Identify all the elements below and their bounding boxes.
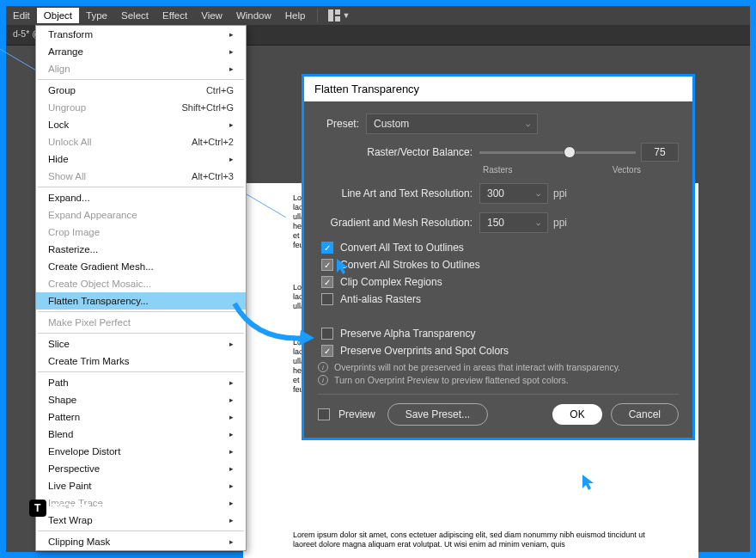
chevron-right-icon: ▸ <box>229 155 234 163</box>
info-icon: i <box>318 362 328 372</box>
menu-item-hide[interactable]: Hide▸ <box>36 150 246 168</box>
info-text-1: Overprints will not be preserved in area… <box>334 362 620 372</box>
menu-item-envelope-distort[interactable]: Envelope Distort▸ <box>36 443 246 460</box>
menu-item-transform[interactable]: Transform▸ <box>36 26 246 43</box>
menu-item-label: Pattern <box>48 412 80 422</box>
preset-select[interactable]: Custom ⌵ <box>366 113 538 134</box>
menu-item-label: Crop Image <box>48 227 100 237</box>
menu-help[interactable]: Help <box>278 8 313 23</box>
cbx-anti-alias[interactable] <box>321 293 333 305</box>
menu-item-label: Create Object Mosaic... <box>48 279 151 289</box>
chevron-right-icon: ▸ <box>229 464 234 473</box>
menu-item-shape[interactable]: Shape▸ <box>36 391 246 408</box>
grad-res-label: Gradient and Mesh Resolution: <box>318 217 472 229</box>
menu-item-clipping-mask[interactable]: Clipping Mask▸ <box>36 533 246 550</box>
chevron-right-icon: ▸ <box>229 30 234 39</box>
svg-rect-0 <box>328 9 333 21</box>
menu-item-group[interactable]: GroupCtrl+G <box>36 82 246 99</box>
menu-item-rasterize[interactable]: Rasterize... <box>36 241 246 258</box>
menu-item-expand[interactable]: Expand... <box>36 189 246 206</box>
menu-item-label: Expand Appearance <box>48 210 137 220</box>
cbx-convert-strokes[interactable]: ✓ <box>321 259 333 271</box>
menu-item-create-gradient-mesh[interactable]: Create Gradient Mesh... <box>36 258 246 275</box>
watermark-suffix: .NET <box>122 506 142 515</box>
menu-item-show-all: Show AllAlt+Ctrl+3 <box>36 168 246 185</box>
chevron-down-icon[interactable]: ▼ <box>342 11 350 20</box>
menu-edit[interactable]: Edit <box>6 8 37 23</box>
shortcut-label: Alt+Ctrl+3 <box>192 171 234 181</box>
menu-item-pattern[interactable]: Pattern▸ <box>36 408 246 426</box>
menu-item-create-trim-marks[interactable]: Create Trim Marks <box>36 353 246 370</box>
balance-slider[interactable] <box>479 151 636 154</box>
menu-item-expand-appearance: Expand Appearance <box>36 206 246 224</box>
menu-item-lock[interactable]: Lock▸ <box>36 116 246 133</box>
chevron-down-icon: ⌵ <box>526 120 530 128</box>
menu-separator <box>317 9 318 22</box>
cbx-preserve-overprints[interactable]: ✓ <box>321 345 333 357</box>
menu-view[interactable]: View <box>194 8 229 23</box>
chevron-right-icon: ▸ <box>229 120 234 129</box>
menu-item-label: Path <box>48 377 69 388</box>
grad-res-select[interactable]: 150 ⌵ <box>479 212 548 233</box>
ppi-label: ppi <box>553 217 567 229</box>
layout-icon[interactable] <box>328 9 340 21</box>
menu-item-label: Clipping Mask <box>48 537 110 547</box>
menu-item-label: Create Gradient Mesh... <box>48 261 154 272</box>
menu-item-arrange[interactable]: Arrange▸ <box>36 43 246 60</box>
menu-item-path[interactable]: Path▸ <box>36 374 246 391</box>
shortcut-label: Alt+Ctrl+2 <box>192 137 234 147</box>
menu-separator <box>38 311 244 312</box>
menu-item-blend[interactable]: Blend▸ <box>36 426 246 443</box>
chevron-right-icon: ▸ <box>229 481 234 490</box>
cbx-clip-complex[interactable]: ✓ <box>321 276 333 288</box>
ok-button[interactable]: OK <box>552 404 601 425</box>
menu-item-label: Unlock All <box>48 137 92 147</box>
cbx-convert-strokes-label: Convert All Strokes to Outlines <box>340 259 480 271</box>
shortcut-label: Ctrl+G <box>206 85 234 95</box>
menu-item-slice[interactable]: Slice▸ <box>36 335 246 353</box>
chevron-right-icon: ▸ <box>229 413 234 421</box>
menu-type[interactable]: Type <box>79 8 114 23</box>
menu-separator <box>38 79 244 80</box>
line-res-label: Line Art and Text Resolution: <box>318 187 472 199</box>
menu-window[interactable]: Window <box>229 8 278 23</box>
shortcut-label: Shift+Ctrl+G <box>181 102 234 113</box>
slider-knob[interactable] <box>564 146 576 158</box>
save-preset-button[interactable]: Save Preset... <box>387 403 488 426</box>
cbx-convert-text[interactable]: ✓ <box>321 242 333 254</box>
menu-item-make-pixel-perfect: Make Pixel Perfect <box>36 314 246 331</box>
menu-object[interactable]: Object <box>37 8 79 23</box>
annotation-cursor-icon <box>335 257 351 280</box>
menu-item-label: Envelope Distort <box>48 446 120 457</box>
menu-effect[interactable]: Effect <box>155 8 194 23</box>
watermark-brand: TEMPLATE <box>52 501 119 515</box>
chevron-right-icon: ▸ <box>229 396 234 404</box>
line-res-value: 300 <box>487 187 504 199</box>
chevron-right-icon: ▸ <box>229 537 234 546</box>
menu-separator <box>38 333 244 334</box>
balance-value[interactable]: 75 <box>641 143 679 162</box>
menu-item-align: Align▸ <box>36 60 246 77</box>
cbx-preview[interactable] <box>318 408 330 420</box>
cancel-button[interactable]: Cancel <box>611 403 679 426</box>
divider <box>318 394 679 395</box>
menubar: Edit Object Type Select Effect View Wind… <box>6 6 750 25</box>
menu-item-perspective[interactable]: Perspective▸ <box>36 460 246 477</box>
cbx-preserve-alpha[interactable] <box>321 328 333 340</box>
menu-item-label: Ungroup <box>48 102 86 113</box>
menu-select[interactable]: Select <box>114 8 155 23</box>
menu-item-label: Perspective <box>48 463 100 474</box>
menu-separator <box>38 530 244 531</box>
menu-item-flatten-transparency[interactable]: Flatten Transparency... <box>36 292 246 310</box>
menu-item-label: Shape <box>48 395 76 405</box>
object-dropdown: Transform▸Arrange▸Align▸GroupCtrl+GUngro… <box>35 25 247 551</box>
line-res-select[interactable]: 300 ⌵ <box>479 183 548 204</box>
menu-item-live-paint[interactable]: Live Paint▸ <box>36 477 246 494</box>
menu-item-crop-image: Crop Image <box>36 224 246 241</box>
preview-label: Preview <box>338 408 375 420</box>
cbx-convert-text-label: Convert All Text to Outlines <box>340 242 464 254</box>
cbx-clip-complex-label: Clip Complex Regions <box>340 276 442 288</box>
menu-item-label: Make Pixel Perfect <box>48 317 131 328</box>
menu-item-label: Hide <box>48 154 69 164</box>
menu-item-label: Blend <box>48 429 73 439</box>
